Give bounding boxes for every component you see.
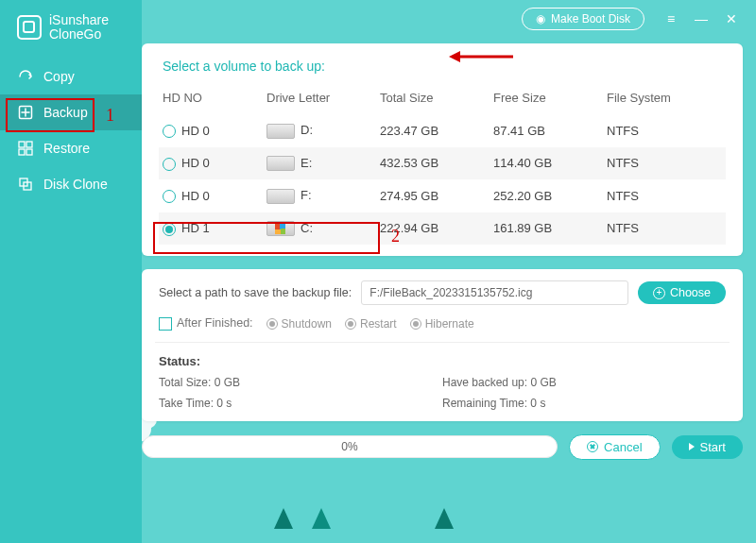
choose-button[interactable]: + Choose bbox=[638, 281, 726, 304]
start-button[interactable]: Start bbox=[672, 435, 743, 459]
sidebar-item-copy[interactable]: Copy bbox=[0, 59, 142, 94]
progress-text: 0% bbox=[341, 440, 357, 453]
diskclone-icon bbox=[17, 176, 34, 193]
minimize-button[interactable]: — bbox=[688, 6, 714, 32]
path-label: Select a path to save the backup file: bbox=[159, 286, 352, 299]
app-logo: iSunshare CloneGo bbox=[0, 0, 142, 59]
radio-icon bbox=[163, 158, 176, 171]
svg-rect-1 bbox=[19, 142, 25, 147]
start-label: Start bbox=[700, 440, 726, 454]
drive-icon bbox=[266, 124, 295, 139]
drive-icon bbox=[266, 156, 295, 171]
after-opt-shutdown[interactable]: Shutdown bbox=[266, 317, 332, 331]
col-free: Free Size bbox=[490, 85, 603, 114]
col-fs: File System bbox=[603, 85, 726, 114]
after-label: After Finished: bbox=[177, 316, 253, 330]
after-opt-hibernate[interactable]: Hibernate bbox=[410, 317, 474, 331]
volume-row[interactable]: HD 0E:432.53 GB114.40 GBNTFS bbox=[159, 147, 726, 180]
sidebar-item-diskclone[interactable]: Disk Clone bbox=[0, 166, 142, 202]
disk-icon: ◉ bbox=[536, 12, 545, 25]
menu-button[interactable]: ≡ bbox=[658, 6, 684, 32]
sidebar-item-restore[interactable]: Restore bbox=[0, 130, 142, 166]
annotation-number-1: 1 bbox=[106, 106, 114, 126]
section-title: Select a volume to back up: bbox=[163, 59, 726, 74]
status-backed: Have backed up: 0 GB bbox=[442, 376, 726, 389]
app-title: iSunshare CloneGo bbox=[49, 13, 109, 42]
svg-rect-2 bbox=[26, 142, 32, 147]
options-panel: Select a path to save the backup file: +… bbox=[142, 269, 743, 421]
radio-icon bbox=[163, 223, 176, 236]
annotation-number-2: 2 bbox=[391, 227, 400, 246]
volume-row[interactable]: HD 1C:222.94 GB161.89 GBNTFS bbox=[159, 212, 726, 246]
bottom-bar: 0% Cancel Start bbox=[142, 434, 743, 460]
make-boot-disk-button[interactable]: ◉ Make Boot Disk bbox=[522, 8, 644, 30]
sidebar-label: Backup bbox=[43, 105, 88, 120]
backup-icon bbox=[17, 104, 34, 121]
copy-icon bbox=[17, 68, 34, 85]
status-time: Take Time: 0 s bbox=[159, 397, 442, 410]
sidebar-label: Copy bbox=[43, 69, 75, 84]
restore-icon bbox=[17, 140, 34, 157]
cancel-label: Cancel bbox=[604, 440, 642, 454]
volume-panel: Select a volume to back up: HD NO Drive … bbox=[142, 43, 743, 256]
svg-rect-3 bbox=[19, 149, 25, 155]
status-title: Status: bbox=[159, 354, 726, 368]
col-total: Total Size bbox=[376, 85, 490, 114]
titlebar: ◉ Make Boot Disk ≡ — ✕ bbox=[142, 0, 756, 38]
after-opt-restart[interactable]: Restart bbox=[345, 317, 397, 331]
volume-row[interactable]: HD 0D:223.47 GB87.41 GBNTFS bbox=[159, 114, 726, 147]
radio-icon bbox=[163, 125, 176, 138]
play-icon bbox=[689, 443, 695, 450]
main-area: Select a volume to back up: HD NO Drive … bbox=[142, 43, 743, 532]
sidebar-label: Disk Clone bbox=[43, 177, 108, 192]
progress-bar: 0% bbox=[142, 435, 558, 458]
svg-rect-4 bbox=[26, 149, 32, 155]
after-finished-checkbox[interactable]: After Finished: bbox=[159, 316, 253, 331]
sidebar-item-backup[interactable]: Backup bbox=[0, 94, 142, 130]
close-button[interactable]: ✕ bbox=[718, 6, 745, 32]
plus-icon: + bbox=[653, 287, 665, 299]
logo-icon bbox=[17, 15, 42, 40]
backup-path-input[interactable] bbox=[361, 280, 628, 305]
volume-table: HD NO Drive Letter Total Size Free Size … bbox=[159, 85, 726, 245]
sidebar: iSunshare CloneGo Copy Backup Restore Di… bbox=[0, 0, 142, 543]
boot-label: Make Boot Disk bbox=[551, 12, 630, 25]
status-remain: Remaining Time: 0 s bbox=[442, 397, 726, 410]
drive-icon bbox=[266, 221, 295, 236]
cancel-button[interactable]: Cancel bbox=[569, 434, 660, 460]
sidebar-label: Restore bbox=[43, 141, 90, 156]
drive-icon bbox=[266, 189, 295, 204]
col-hdno: HD NO bbox=[159, 85, 263, 114]
radio-icon bbox=[163, 190, 176, 203]
divider bbox=[155, 342, 730, 343]
cancel-icon bbox=[587, 441, 598, 452]
col-drive: Drive Letter bbox=[263, 85, 376, 114]
volume-row[interactable]: HD 0F:274.95 GB252.20 GBNTFS bbox=[159, 179, 726, 212]
status-total: Total Size: 0 GB bbox=[159, 376, 442, 389]
choose-label: Choose bbox=[670, 286, 711, 299]
